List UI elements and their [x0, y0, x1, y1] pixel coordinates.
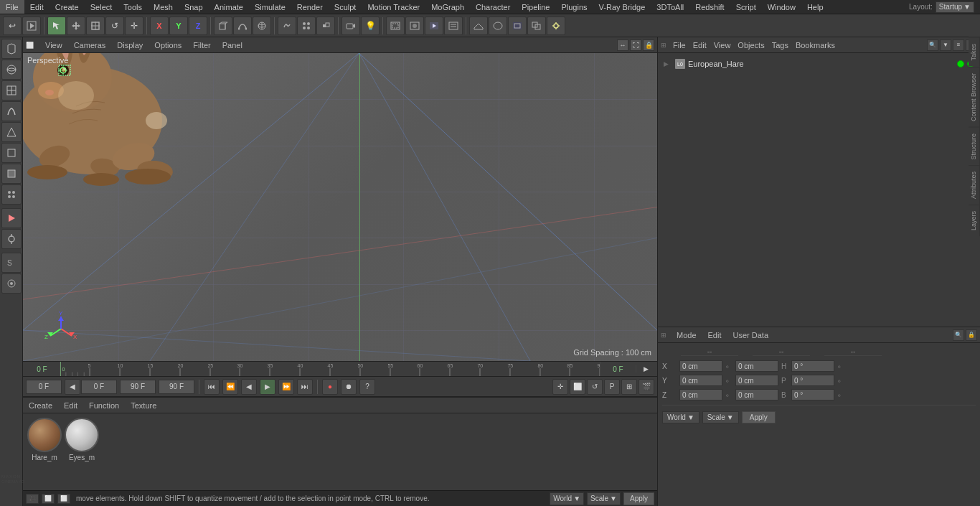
mat-menu-edit[interactable]: Edit: [61, 401, 80, 410]
menu-animate[interactable]: Animate: [209, 0, 249, 14]
camera-button[interactable]: [341, 17, 360, 35]
mode-edge-button[interactable]: [1, 143, 22, 163]
attr-scale-z[interactable]: [791, 389, 834, 400]
mode-polygon-button[interactable]: [1, 164, 22, 184]
obj-search-button[interactable]: 🔍: [927, 39, 938, 51]
obj-menu-edit[interactable]: Edit: [691, 41, 709, 50]
menu-sculpt[interactable]: Sculpt: [329, 0, 362, 14]
spline-button[interactable]: [233, 17, 252, 35]
z-axis-button[interactable]: Z: [189, 17, 207, 35]
menu-edit[interactable]: Edit: [24, 0, 50, 14]
render-view-button[interactable]: [22, 17, 41, 35]
play-button[interactable]: ▶: [260, 379, 275, 395]
obj-menu-view[interactable]: View: [712, 41, 733, 50]
x-axis-button[interactable]: X: [150, 17, 169, 35]
viewport-lock-button[interactable]: 🔒: [643, 39, 654, 51]
menu-3dtoall[interactable]: 3DToAll: [651, 0, 689, 14]
obj-filter-button[interactable]: ▼: [940, 39, 951, 51]
layout-dropdown[interactable]: Startup ▼: [936, 1, 974, 13]
obj-config-button[interactable]: ≡: [953, 39, 964, 51]
menu-create[interactable]: Create: [50, 0, 85, 14]
obj-visibility-dot-1[interactable]: [957, 60, 964, 67]
goto-end-button[interactable]: ⏭: [297, 379, 313, 395]
render-button[interactable]: [425, 17, 443, 35]
menu-mograph[interactable]: MoGraph: [425, 0, 470, 14]
mode-vertex-button[interactable]: [1, 122, 22, 142]
world-dropdown[interactable]: World ▼: [550, 492, 584, 505]
obj-menu-file[interactable]: File: [671, 41, 688, 50]
mat-menu-texture[interactable]: Texture: [128, 401, 159, 410]
light-button[interactable]: 💡: [361, 17, 380, 35]
pose-tool-playback[interactable]: P: [604, 379, 620, 395]
menu-motion-tracker[interactable]: Motion Tracker: [362, 0, 425, 14]
menu-snap[interactable]: Snap: [179, 0, 209, 14]
floor-button[interactable]: [469, 17, 488, 35]
attr-pos-y[interactable]: [679, 375, 722, 386]
menu-render[interactable]: Render: [291, 0, 329, 14]
menu-redshift[interactable]: Redshift: [689, 0, 730, 14]
frame-end-input1[interactable]: [120, 380, 156, 394]
deformer-button[interactable]: [278, 17, 296, 35]
attr-scale-x[interactable]: [791, 360, 834, 372]
select-tool-button[interactable]: [47, 17, 66, 35]
move-tool-button[interactable]: [67, 17, 85, 35]
viewport-menu-view[interactable]: View: [42, 41, 65, 50]
ipr-button[interactable]: [405, 17, 424, 35]
tweak-mode-button[interactable]: [1, 184, 22, 205]
tab-layers[interactable]: Layers: [969, 205, 980, 236]
menu-help[interactable]: Help: [801, 0, 829, 14]
viewport-menu-options[interactable]: Options: [151, 41, 184, 50]
record-button[interactable]: ●: [322, 379, 338, 395]
timeline-track[interactable]: 0 5 10 15 20 25 30 35 40: [60, 362, 600, 376]
obj-menu-bookmarks[interactable]: Bookmarks: [793, 41, 837, 50]
tab-takes[interactable]: Takes: [969, 37, 980, 67]
attr-rot-z[interactable]: [735, 389, 778, 400]
animate-button[interactable]: [1, 208, 22, 228]
material-eyes[interactable]: Eyes_m: [65, 418, 99, 462]
render-region-button[interactable]: [386, 17, 405, 35]
sky-button[interactable]: [489, 17, 507, 35]
nurbs-button[interactable]: [253, 17, 271, 35]
frame-current-input[interactable]: [81, 380, 117, 394]
viewport-menu-cameras[interactable]: Cameras: [71, 41, 109, 50]
mat-menu-function[interactable]: Function: [86, 401, 122, 410]
timeline-button[interactable]: S: [1, 253, 22, 273]
viewport-menu-filter[interactable]: Filter: [190, 41, 213, 50]
prev-frame-button[interactable]: ◀: [65, 379, 80, 395]
mode-sculpt-button[interactable]: [1, 101, 22, 121]
viewport[interactable]: Perspective X Z Y Grid Spacing : 100 cm: [23, 53, 657, 361]
menu-tools[interactable]: Tools: [118, 0, 148, 14]
scale-tool-button[interactable]: [86, 17, 105, 35]
viewport-arrows-button[interactable]: ↔: [617, 39, 628, 51]
menu-script[interactable]: Script: [730, 0, 762, 14]
scale-tool-playback[interactable]: ⬜: [570, 379, 585, 395]
field-button[interactable]: [316, 17, 335, 35]
play-back-button[interactable]: ◀: [241, 379, 257, 395]
compositing-button[interactable]: [527, 17, 546, 35]
object-row-hare[interactable]: ▶ L0 European_Hare: [661, 56, 977, 72]
attr-pos-z[interactable]: [679, 389, 722, 400]
obj-menu-objects[interactable]: Objects: [735, 41, 766, 50]
snap-button[interactable]: [1, 273, 22, 294]
move-tool-playback[interactable]: ✛: [552, 379, 568, 395]
menu-file[interactable]: File: [0, 0, 24, 14]
menu-window[interactable]: Window: [762, 0, 801, 14]
rotate-tool-playback[interactable]: ↺: [587, 379, 603, 395]
viewport-menu-display[interactable]: Display: [114, 41, 146, 50]
attr-pos-x[interactable]: [679, 360, 722, 372]
mode-uv-button[interactable]: [1, 80, 22, 100]
step-forward-button[interactable]: ⏩: [278, 379, 294, 395]
timeline-ruler[interactable]: 0 F 0 5 10 15 20 25 30: [23, 361, 657, 377]
attr-search-button[interactable]: 🔍: [953, 329, 964, 341]
apply-button[interactable]: Apply: [623, 492, 654, 505]
mat-menu-create[interactable]: Create: [26, 401, 55, 410]
attr-scale-dropdown[interactable]: Scale ▼: [702, 411, 739, 423]
motion-key-button[interactable]: ?: [359, 379, 375, 395]
attr-apply-button[interactable]: Apply: [742, 411, 776, 423]
tab-structure[interactable]: Structure: [969, 127, 980, 166]
mode-model-button[interactable]: [1, 39, 22, 59]
mode-texture-button[interactable]: [1, 60, 22, 80]
cloner-button[interactable]: [297, 17, 316, 35]
foreground-button[interactable]: [508, 17, 527, 35]
menu-simulate[interactable]: Simulate: [249, 0, 291, 14]
